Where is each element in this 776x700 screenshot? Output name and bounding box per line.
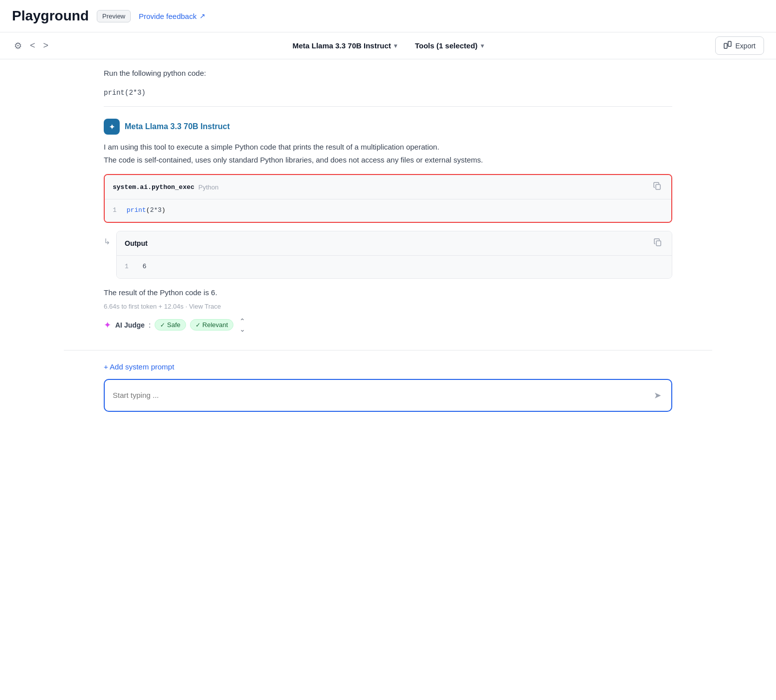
badge-relevant: ✓ Relevant [190, 319, 233, 331]
toolbar: ⚙ < > Meta Llama 3.3 70B Instruct ▾ Tool… [0, 32, 776, 59]
send-icon: ➤ [654, 390, 661, 400]
collapse-icon: ⌃ [239, 325, 245, 333]
add-system-prompt-button[interactable]: + Add system prompt [104, 362, 174, 371]
code-function-name: system.ai.python_exec [113, 183, 194, 191]
ai-text-line1: I am using this tool to execute a simple… [104, 143, 439, 151]
code-lang-label: system.ai.python_exec Python [113, 183, 218, 191]
result-text: The result of the Python code is 6. [104, 287, 672, 299]
svg-rect-0 [724, 43, 727, 48]
ai-response-text: I am using this tool to execute a simple… [104, 141, 672, 166]
nav-prev-button[interactable]: < [28, 38, 37, 53]
safe-label: Safe [167, 321, 181, 329]
timing-dot: · [186, 303, 189, 310]
output-line-number: 1 [125, 263, 129, 270]
user-message-code: print(2*3) [104, 87, 672, 98]
tools-selector[interactable]: Tools (1 selected) ▾ [410, 38, 489, 53]
timing-value: 6.64s to first token + 12.04s [104, 303, 184, 310]
code-print-keyword: print [127, 206, 146, 214]
model-chevron-icon: ▾ [394, 42, 397, 49]
expand-icon: ⌃ [239, 317, 245, 325]
relevant-label: Relevant [202, 321, 228, 329]
code-paren-close: ) [162, 206, 166, 214]
ai-judge-icon: ✦ [104, 320, 111, 331]
send-button[interactable]: ➤ [652, 388, 663, 403]
output-value: 6 [143, 263, 147, 270]
ai-avatar-icon: ✦ [109, 122, 115, 132]
ai-response: ✦ Meta Llama 3.3 70B Instruct I am using… [104, 119, 672, 334]
user-message-line1: Run the following python code: [104, 67, 672, 79]
feedback-label: Provide feedback [139, 12, 196, 20]
toolbar-center: Meta Llama 3.3 70B Instruct ▾ Tools (1 s… [287, 38, 488, 53]
feedback-link[interactable]: Provide feedback ↗ [139, 12, 205, 20]
code-line-number: 1 [113, 206, 117, 214]
code-block-header: system.ai.python_exec Python [105, 175, 671, 199]
arrow-icon: ↳ [104, 237, 110, 246]
output-header: Output [117, 231, 672, 256]
view-trace-link[interactable]: View Trace [189, 303, 221, 310]
relevant-check-icon: ✓ [195, 322, 200, 329]
timing-row: 6.64s to first token + 12.04s · View Tra… [104, 303, 672, 310]
judge-expand-button[interactable]: ⌃ ⌃ [237, 316, 247, 334]
output-copy-button[interactable] [652, 236, 664, 250]
export-button[interactable]: Export [715, 36, 764, 55]
output-label: Output [125, 239, 148, 247]
input-area: ➤ [104, 379, 672, 412]
code-copy-button[interactable] [651, 180, 663, 194]
safe-check-icon: ✓ [160, 322, 165, 329]
page-title: Playground [12, 8, 89, 24]
main-content: Run the following python code: print(2*3… [64, 59, 712, 334]
ai-response-header: ✦ Meta Llama 3.3 70B Instruct [104, 119, 672, 135]
output-body: 1 6 [117, 256, 672, 278]
svg-rect-2 [656, 184, 660, 189]
bottom-area: + Add system prompt ➤ [64, 350, 712, 424]
add-prompt-label: + Add system prompt [104, 362, 174, 371]
toolbar-right: Export [715, 36, 764, 55]
model-selector[interactable]: Meta Llama 3.3 70B Instruct ▾ [287, 38, 402, 53]
message-input[interactable] [113, 391, 652, 399]
nav-prev-icon: < [30, 40, 35, 51]
colon: : [149, 321, 151, 329]
ai-name: Meta Llama 3.3 70B Instruct [125, 122, 230, 131]
model-label: Meta Llama 3.3 70B Instruct [292, 41, 391, 50]
preview-badge: Preview [97, 10, 131, 22]
export-label: Export [736, 42, 756, 50]
header: Playground Preview Provide feedback ↗ [0, 0, 776, 32]
badge-safe: ✓ Safe [155, 319, 186, 331]
code-num-3: 3 [158, 206, 162, 214]
user-message: Run the following python code: print(2*3… [104, 59, 672, 107]
nav-next-icon: > [43, 40, 49, 51]
code-paren-open: ( [146, 206, 150, 214]
gear-icon: ⚙ [14, 40, 22, 51]
ai-avatar: ✦ [104, 119, 120, 135]
code-body: 1print(2*3) [105, 199, 671, 222]
ai-judge-row: ✦ AI Judge : ✓ Safe ✓ Relevant ⌃ ⌃ [104, 316, 672, 334]
settings-button[interactable]: ⚙ [12, 38, 24, 53]
toolbar-left: ⚙ < > [12, 38, 50, 53]
output-block: Output 1 6 [116, 231, 672, 279]
svg-rect-3 [656, 241, 661, 246]
external-link-icon: ↗ [199, 12, 205, 20]
ai-judge-label: AI Judge [115, 321, 145, 329]
ai-text-line2: The code is self-contained, uses only st… [104, 156, 483, 164]
nav-next-button[interactable]: > [41, 38, 51, 53]
tools-label: Tools (1 selected) [415, 41, 478, 50]
export-icon [724, 41, 732, 50]
output-row: ↳ Output 1 6 [104, 231, 672, 279]
code-lang-tag: Python [198, 183, 218, 191]
tools-chevron-icon: ▾ [481, 42, 484, 49]
code-block: system.ai.python_exec Python 1print(2*3) [104, 174, 672, 223]
svg-rect-1 [728, 41, 731, 46]
